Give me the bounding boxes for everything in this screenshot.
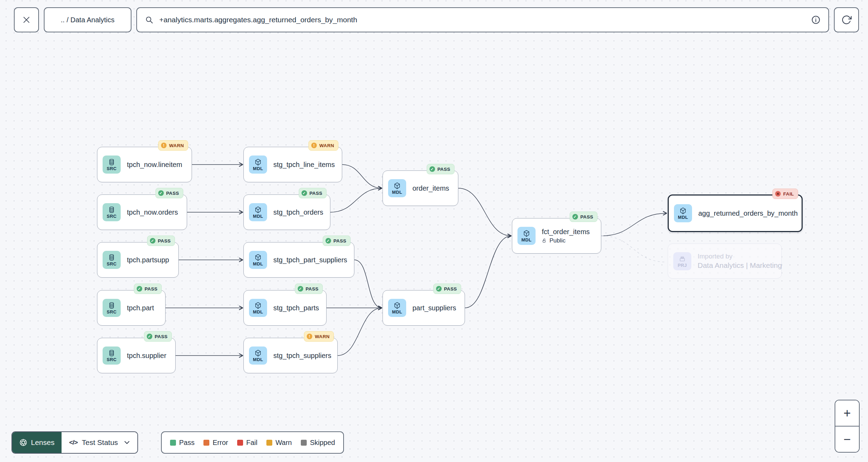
status-icon: ✓ — [429, 166, 435, 172]
node-kind-label: MDL — [253, 214, 263, 218]
node-label: stg_tpch_orders — [273, 208, 323, 216]
status-badge-pass: ✓ PASS — [570, 212, 597, 222]
node-labels: stg_tpch_suppliers — [273, 352, 331, 360]
status-badge-pass: ✓ PASS — [134, 284, 162, 294]
lineage-edge — [601, 213, 667, 236]
node-kind-label: MDL — [253, 310, 263, 314]
database-icon — [108, 349, 115, 357]
code-icon: </> — [69, 439, 78, 446]
legend-label: Error — [212, 439, 228, 447]
node-kind-chip: MDL — [249, 156, 267, 174]
status-label: PASS — [580, 214, 593, 220]
node-kind-label: PRJ — [678, 263, 687, 268]
cube-icon — [254, 158, 262, 166]
node-labels: stg_tpch_part_suppliers — [273, 256, 347, 264]
database-icon — [108, 254, 115, 261]
graph-node-tpch_now_lineitem[interactable]: ! WARN SRC tpch_now.lineitem — [97, 147, 192, 182]
lenses-label: Lenses — [31, 438, 55, 447]
status-badge-fail: ✕ FAIL — [772, 189, 798, 199]
node-labels: part_suppliers — [412, 304, 456, 312]
node-labels: order_items — [412, 184, 449, 192]
graph-node-tpch_now_orders[interactable]: ✓ PASS SRC tpch_now.orders — [97, 194, 187, 230]
lineage-edge — [465, 236, 511, 308]
status-badge-pass: ✓ PASS — [147, 236, 175, 246]
info-icon[interactable] — [811, 15, 821, 25]
zoom-widget: + − — [835, 400, 860, 453]
graph-node-tpch_partsupp[interactable]: ✓ PASS SRC tpch.partsupp — [97, 242, 179, 278]
graph-node-tpch_supplier[interactable]: ✓ PASS SRC tpch.supplier — [97, 338, 176, 373]
node-label: Data Analytics | Marketing — [698, 261, 781, 270]
graph-node-stg_tpch_parts[interactable]: ✓ PASS MDL stg_tpch_parts — [243, 290, 327, 326]
node-kind-chip: MDL — [249, 203, 267, 221]
node-label: tpch.partsupp — [127, 256, 169, 264]
status-badge-pass: ✓ PASS — [155, 188, 183, 198]
legend-item-warn: Warn — [266, 439, 292, 447]
lenses-button[interactable]: Lenses — [12, 432, 62, 453]
graph-node-stg_tpch_line_items[interactable]: ! WARN MDL stg_tpch_line_items — [243, 147, 342, 182]
zoom-out-button[interactable]: − — [835, 427, 859, 452]
node-label: stg_tpch_line_items — [273, 161, 335, 169]
legend-item-fail: Fail — [237, 439, 257, 447]
node-kind-label: MDL — [253, 262, 263, 266]
status-badge-pass: ✓ PASS — [299, 188, 327, 198]
graph-node-imported_by_project: PRJ Imported by Data Analytics | Marketi… — [668, 244, 782, 279]
graph-node-part_suppliers[interactable]: ✓ PASS MDL part_suppliers — [383, 290, 465, 326]
node-kind-chip: MDL — [249, 346, 267, 365]
status-label: PASS — [306, 286, 319, 292]
status-icon: ✓ — [147, 334, 152, 339]
graph-node-order_items[interactable]: ✓ PASS MDL order_items — [383, 170, 458, 206]
lineage-edge — [458, 188, 511, 236]
node-label: tpch.supplier — [127, 352, 166, 360]
node-kind-chip: SRC — [103, 299, 121, 317]
node-kind-label: SRC — [107, 214, 117, 218]
database-icon — [108, 206, 115, 214]
node-kind-chip: SRC — [103, 156, 121, 174]
search-icon — [145, 15, 154, 24]
node-kind-chip: MDL — [249, 299, 267, 317]
search-input[interactable] — [159, 16, 811, 24]
node-label: part_suppliers — [412, 304, 456, 312]
test-status-legend: Pass Error Fail Warn Skipped — [161, 431, 344, 454]
graph-node-stg_tpch_suppliers[interactable]: ! WARN MDL stg_tpch_suppliers — [243, 338, 338, 373]
legend-item-skipped: Skipped — [301, 439, 335, 447]
node-labels: stg_tpch_line_items — [273, 161, 335, 169]
graph-node-tpch_part[interactable]: ✓ PASS SRC tpch.part — [97, 290, 166, 326]
cube-icon — [393, 302, 401, 309]
status-label: PASS — [437, 167, 450, 172]
legend-label: Fail — [246, 439, 257, 447]
node-kind-chip: SRC — [103, 251, 121, 269]
node-label: stg_tpch_part_suppliers — [273, 256, 347, 264]
node-labels: agg_returned_orders_by_month — [698, 209, 798, 217]
chevron-down-icon — [124, 441, 130, 444]
node-access-label: Public — [549, 237, 565, 244]
status-icon: ✕ — [775, 191, 781, 197]
status-icon: ✓ — [326, 238, 331, 244]
topbar: .. / Data Analytics — [0, 0, 868, 40]
close-button[interactable] — [14, 7, 39, 32]
status-label: PASS — [310, 191, 322, 196]
graph-node-stg_tpch_orders[interactable]: ✓ PASS MDL stg_tpch_orders — [243, 194, 330, 230]
status-icon: ✓ — [150, 238, 155, 244]
refresh-button[interactable] — [834, 7, 859, 32]
status-label: PASS — [444, 286, 457, 292]
node-labels: tpch_now.lineitem — [127, 161, 182, 169]
breadcrumb[interactable]: .. / Data Analytics — [44, 7, 131, 32]
zoom-in-button[interactable]: + — [835, 400, 859, 427]
node-kind-label: MDL — [521, 238, 531, 242]
lens-selector-label: Test Status — [82, 438, 118, 447]
legend-label: Pass — [179, 439, 194, 447]
lineage-edge — [330, 188, 382, 212]
status-label: PASS — [155, 334, 168, 339]
lens-selector[interactable]: </> Test Status — [62, 432, 137, 453]
node-kind-label: MDL — [392, 310, 402, 314]
refresh-icon — [841, 15, 852, 25]
graph-node-fct_order_items[interactable]: ✓ PASS MDL fct_order_items Public — [512, 218, 601, 254]
graph-node-agg_returned_orders_by_month[interactable]: ✕ FAIL MDL agg_returned_orders_by_month — [668, 194, 803, 232]
status-label: PASS — [333, 238, 346, 244]
node-kind-label: SRC — [107, 166, 117, 171]
graph-node-stg_tpch_part_suppliers[interactable]: ✓ PASS MDL stg_tpch_part_suppliers — [243, 242, 354, 278]
node-kind-chip: MDL — [249, 251, 267, 269]
cube-icon — [254, 349, 262, 357]
cube-icon — [679, 207, 687, 215]
cube-icon — [393, 182, 401, 190]
